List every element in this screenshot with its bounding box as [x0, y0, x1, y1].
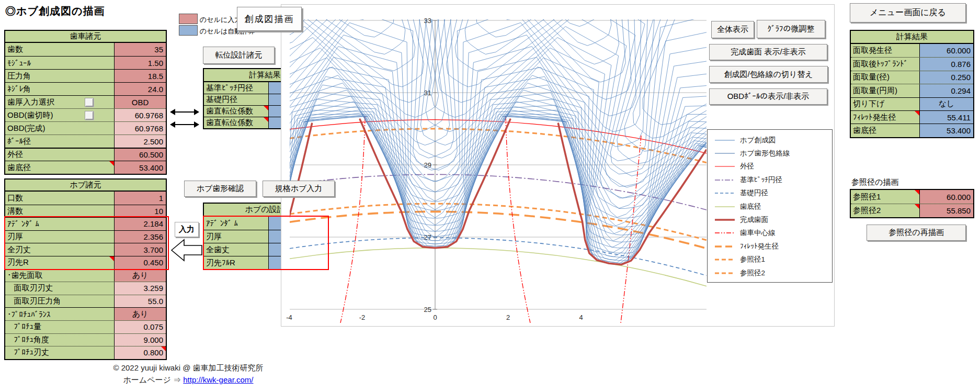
comment-marker-icon [915, 111, 919, 116]
hob-generation-sheet: ◎ホブ創成図の描画 のセルに入力 のセルは自動計算 創成図描画 転位設計諸元 ホ… [0, 0, 980, 392]
legend-entry: 基礎円径 [708, 187, 832, 200]
shift-design-button[interactable]: 転位設計諸元 [203, 47, 275, 64]
draw-generation-button[interactable]: 創成図描画 [237, 7, 302, 31]
table-row: ﾌﾟﾛﾁｭ刃丈0.800 [5, 346, 166, 359]
table-row: ﾈｼﾞﾚ角24.0 [5, 82, 166, 95]
link-arrow-icon [169, 107, 200, 117]
table-row: OBD(完成)60.9768 [5, 121, 166, 135]
row-label: 参照径2 [851, 204, 920, 217]
legend-line-sample-icon [714, 216, 736, 223]
legend-line-sample-icon [714, 150, 736, 157]
row-label: OBD(完成) [5, 122, 115, 135]
table-row: 歯数35 [5, 43, 166, 56]
cell-value[interactable]: 35 [115, 43, 166, 56]
toggle-envelope-button[interactable]: 創成図/包絡線の切り替え [709, 66, 828, 83]
redraw-ref-button[interactable]: 参照径の再描画 [867, 225, 966, 241]
cell-value[interactable]: 60.9768 [115, 109, 166, 121]
row-label: 基準ﾋﾟｯﾁ円径 [204, 82, 269, 94]
table-row: ｱﾃﾞ ﾝﾀﾞ ﾑ2.184 [5, 217, 166, 230]
cell-value[interactable]: 10 [115, 205, 166, 218]
cell-value[interactable]: 60.500 [115, 149, 166, 161]
auto-cell-swatch [179, 25, 198, 36]
legend-line-sample-icon [714, 163, 736, 170]
fine-tune-graph-button[interactable]: ｸﾞﾗﾌの微調整 [757, 20, 825, 38]
table-row: ･歯先面取あり [5, 269, 166, 282]
cell-value[interactable]: 3.259 [115, 282, 166, 295]
row-label: 刃厚 [204, 230, 269, 243]
ref-diameter-table: 参照径160.000参照径255.850 [850, 189, 974, 218]
svg-text:2: 2 [506, 313, 510, 321]
cell-value[interactable]: 2.184 [115, 218, 166, 230]
row-label: 歯直転位係数 [204, 106, 269, 117]
legend-entry: 参照径2 [708, 266, 832, 279]
legend-label: 基礎円径 [740, 188, 768, 198]
input-tag: 入力 [175, 222, 199, 237]
checkbox[interactable] [85, 111, 94, 120]
cell-value[interactable]: 18.5 [115, 70, 166, 82]
table-row: ･ﾌﾟﾛﾁｭﾊﾞﾗﾝｽあり [5, 307, 166, 320]
row-label: 歯底径 [5, 161, 115, 174]
cell-value[interactable]: 1 [115, 192, 166, 205]
fit-view-button[interactable]: 全体表示 [711, 21, 754, 38]
cell-value[interactable]: 60.9768 [115, 122, 166, 135]
legend-label: 歯車中心線 [740, 228, 776, 238]
cell-value[interactable]: 3.700 [115, 243, 166, 256]
cell-value: 0.294 [920, 84, 973, 97]
cell-value[interactable]: 2.356 [115, 231, 166, 243]
legend-line-sample-icon [714, 203, 736, 210]
row-label: 面取発生径 [851, 44, 920, 57]
cell-value[interactable]: 24.0 [115, 83, 166, 95]
standard-hob-input-button[interactable]: 規格ホブ入力 [263, 181, 335, 197]
cell-value[interactable]: 0.450 [115, 256, 166, 269]
legend-label: 歯底径 [740, 202, 761, 211]
comment-marker-icon [264, 117, 268, 122]
row-label: 刃先R [5, 256, 115, 269]
table-row: ﾓｼﾞｭｰﾙ1.50 [5, 56, 166, 69]
toggle-finished-surface-button[interactable]: 完成歯面 表示/非表示 [709, 44, 827, 60]
svg-text:-4: -4 [286, 313, 292, 321]
cell-value[interactable]: OBD [115, 96, 166, 108]
comment-marker-icon [161, 346, 166, 351]
cell-value[interactable]: 60.000 [920, 190, 973, 204]
row-label: 歯厚入力選択 [5, 96, 115, 108]
cell-value[interactable]: 9.000 [115, 334, 166, 346]
legend-line-sample-icon [714, 229, 736, 237]
cell-value[interactable]: 1.50 [115, 57, 166, 69]
cell-value[interactable]: 53.400 [115, 161, 166, 174]
cell-value[interactable]: 0.075 [115, 321, 166, 333]
cell-value[interactable]: あり [115, 270, 166, 282]
table-row: 口数1 [5, 192, 166, 205]
toggle-obd-ball-button[interactable]: OBDﾎﾞｰﾙの表示/非表示 [709, 88, 827, 105]
cell-value[interactable]: 55.0 [115, 295, 166, 308]
svg-text:4: 4 [579, 313, 583, 321]
legend-entry: 外径 [708, 160, 832, 173]
cell-value[interactable]: 0.800 [115, 346, 166, 359]
legend-line-sample-icon [714, 137, 736, 144]
homepage-link[interactable]: http://kwk-gear.com/ [183, 375, 253, 384]
cell-value: 0.250 [920, 71, 973, 84]
cell-value: なし [920, 98, 973, 110]
homepage-line: ホームページ ⇒ http://kwk-gear.com/ [78, 375, 298, 385]
gear-spec-table-title: 歯車諸元 [5, 31, 166, 43]
checkbox[interactable] [85, 98, 94, 107]
legend-entry: 基準ﾋﾟｯﾁ円径 [708, 173, 832, 186]
table-row: 面取量(円周)0.294 [851, 84, 973, 97]
row-label: ﾌﾟﾛﾁｭ角度 [5, 334, 115, 346]
row-label: 圧力角 [5, 70, 115, 82]
table-row: 刃先R0.450 [5, 256, 166, 269]
table-row: 歯底径53.400 [851, 124, 973, 137]
back-to-menu-button[interactable]: メニュー画面に戻る [850, 3, 966, 23]
table-row: ﾎﾞｰﾙ径2.500 [5, 135, 166, 148]
cell-value[interactable]: 55.850 [920, 204, 973, 217]
cell-value[interactable]: あり [115, 308, 166, 320]
cell-value: 60.000 [920, 44, 973, 57]
row-label: 歯数 [5, 43, 115, 56]
svg-text:25: 25 [424, 306, 431, 313]
hob-profile-check-button[interactable]: ホブ歯形確認 [184, 181, 256, 197]
legend-line-sample-icon [714, 243, 736, 250]
comment-marker-icon [915, 204, 919, 209]
legend-label: 完成歯面 [740, 215, 768, 225]
cell-value[interactable]: 2.500 [115, 135, 166, 148]
row-label: 口数 [5, 192, 115, 205]
legend-entry: 参照径1 [708, 253, 832, 266]
